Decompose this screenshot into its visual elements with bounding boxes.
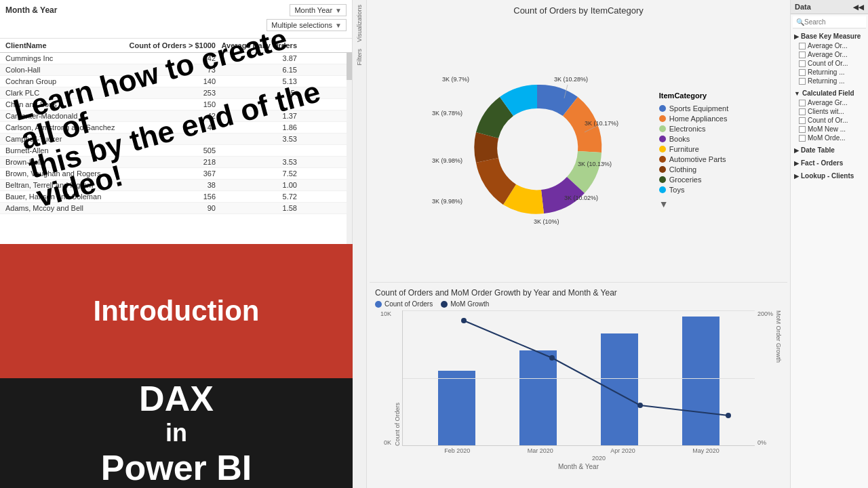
client-name-cell: Brown-Kelly xyxy=(5,158,127,166)
orders-cell: 42 xyxy=(127,112,216,120)
x-label-mar: Mar 2020 xyxy=(528,447,553,454)
legend-label-groceries: Groceries xyxy=(669,176,702,184)
fact-orders-header[interactable]: ▶ Fact - Orders xyxy=(791,158,868,168)
calculated-field-header[interactable]: ▼ Calculated Field xyxy=(791,88,868,98)
filters-side-icon[interactable]: Filters xyxy=(354,47,365,68)
field-count-or[interactable]: Count of Or... xyxy=(791,59,868,68)
legend-bar-orders: Count of Orders xyxy=(375,300,433,308)
client-name-cell: Burnett-Allen xyxy=(5,146,127,155)
field-label-3: Count of Or... xyxy=(808,60,848,67)
legend-item-electronics: Electronics xyxy=(659,125,728,133)
field-checkbox-4 xyxy=(799,69,806,76)
donut-legend: ItemCategory Sports Equipment Home Appli… xyxy=(659,92,728,209)
report-area: Visualizations Filters Count of Orders b… xyxy=(353,0,790,488)
donut-chart-svg: 3K (10.28%) 3K (10.17%) 3K (10.13%) 3K (… xyxy=(429,61,646,237)
legend-dot-auto xyxy=(659,156,666,163)
field-average-or-1[interactable]: Average Or... xyxy=(791,41,868,50)
in-label: in xyxy=(101,419,252,447)
field-label-1: Average Or... xyxy=(808,42,848,49)
bar-chart-title: Count of Orders and MoM Order Growth by … xyxy=(375,288,782,298)
filter-section: Month & Year Month Year ▼ Multiple selec… xyxy=(0,0,352,39)
field-checkbox-7 xyxy=(799,108,806,115)
month-year-dropdown[interactable]: Month Year ▼ xyxy=(290,4,347,16)
client-name-cell: Cummings Inc xyxy=(5,54,127,62)
donut-label-8: 3K (9.98%) xyxy=(432,157,462,164)
month-year-filter-label: Month & Year xyxy=(5,5,57,15)
legend-dot-sports xyxy=(659,105,666,112)
field-checkbox-9 xyxy=(799,126,806,133)
date-table-header[interactable]: ▶ Date Table xyxy=(791,145,868,155)
field-returning-2[interactable]: Returning ... xyxy=(791,77,868,85)
legend-dot-books xyxy=(659,136,666,142)
col-orders-header: Count of Orders > $1000 xyxy=(127,41,216,49)
field-section-fact: ▶ Fact - Orders xyxy=(791,158,868,168)
field-count-or-2[interactable]: Count of Or... xyxy=(791,116,868,125)
x-axis-main-label: Month & Year xyxy=(375,463,782,470)
fact-orders-label: Fact - Orders xyxy=(801,159,843,167)
field-mom-new[interactable]: MoM New ... xyxy=(791,125,868,134)
field-label-4: Returning ... xyxy=(808,68,844,76)
search-box[interactable]: 🔍 xyxy=(793,16,866,28)
field-label-10: MoM Orde... xyxy=(808,134,846,142)
y-label-0k: 0K xyxy=(384,439,391,446)
visualizations-icon[interactable]: Visualizations xyxy=(354,3,365,44)
bar-mar xyxy=(519,350,557,445)
table-body: Cummings Inc 242 3.87 Colon-Hall 73 6.15… xyxy=(0,53,352,256)
month-year-value: Month Year xyxy=(294,6,332,14)
col-daily-header: Average Daily Orders xyxy=(216,41,297,49)
x-axis-year: 2020 xyxy=(375,455,782,462)
legend-label-home: Home Appliances xyxy=(669,115,728,123)
legend-bar-label-orders: Count of Orders xyxy=(384,300,433,308)
legend-expand-icon[interactable]: ▼ xyxy=(659,199,728,209)
collapse-icon[interactable]: ◀◀ xyxy=(853,3,864,11)
legend-item-sports: Sports Equipment xyxy=(659,104,728,113)
legend-label-auto: Automotive Parts xyxy=(669,155,726,163)
orders-cell: 140 xyxy=(127,77,216,85)
left-panel: Month & Year Month Year ▼ Multiple selec… xyxy=(0,0,353,488)
field-mom-order[interactable]: MoM Orde... xyxy=(791,134,868,142)
table-row: Burnett-Allen 505 xyxy=(0,145,352,157)
field-returning-1[interactable]: Returning ... xyxy=(791,68,868,77)
field-average-or-2[interactable]: Average Or... xyxy=(791,50,868,59)
donut-label-9: 3K (9.98%) xyxy=(432,198,462,205)
field-checkbox-5 xyxy=(799,78,806,85)
bar-chart-section: Count of Orders and MoM Order Growth by … xyxy=(370,282,787,485)
client-name-cell: Brown, Vaughan and Rogers xyxy=(5,169,127,178)
filter-row-1: Month & Year Month Year ▼ xyxy=(5,4,347,16)
field-label-2: Average Or... xyxy=(808,51,848,58)
field-section-base: ▶ Base Key Measure Average Or... Average… xyxy=(791,31,868,85)
client-name-cell: Beltran, Terrell and Ingram xyxy=(5,181,127,189)
client-name-cell: Bauer, Hanson and Coleman xyxy=(5,192,127,201)
legend-title: ItemCategory xyxy=(659,92,728,100)
search-input[interactable] xyxy=(804,18,863,26)
data-panel-title: Data xyxy=(795,3,811,11)
base-key-measure-header[interactable]: ▶ Base Key Measure xyxy=(791,31,868,41)
field-label-8: Count of Or... xyxy=(808,117,848,124)
orders-cell: 242 xyxy=(127,54,216,62)
client-name-cell: Carlson, Armstrong and Sanchez xyxy=(5,123,127,131)
multiple-selections-dropdown[interactable]: Multiple selections ▼ xyxy=(267,19,347,31)
table-row: Brown-Kelly 218 3.53 xyxy=(0,157,352,168)
field-label-5: Returning ... xyxy=(808,77,844,85)
field-avg-gr[interactable]: Average Gr... xyxy=(791,98,868,107)
donut-svg-container: 3K (10.28%) 3K (10.17%) 3K (10.13%) 3K (… xyxy=(429,61,646,240)
field-checkbox-3 xyxy=(799,60,806,67)
client-name-cell: Campbell-Tucker xyxy=(5,135,127,143)
legend-item-clothing: Clothing xyxy=(659,165,728,174)
bar-mar-rect xyxy=(519,350,557,445)
bar-apr xyxy=(601,333,638,445)
client-name-cell: Carpenter-Macdonald xyxy=(5,112,127,120)
intro-label: Introduction xyxy=(94,295,260,327)
y-label-200pct: 200% xyxy=(757,310,773,317)
table-header: ClientName Count of Orders > $1000 Avera… xyxy=(0,39,352,53)
x-label-feb: Feb 2020 xyxy=(444,447,470,454)
field-checkbox-10 xyxy=(799,135,806,142)
donut-chart-area: Count of Orders by ItemCategory xyxy=(370,3,787,282)
orders-cell: 156 xyxy=(127,192,216,201)
field-clients-wit[interactable]: Clients wit... xyxy=(791,107,868,116)
donut-label-3: 3K (10.13%) xyxy=(578,161,612,167)
side-icons-panel: Visualizations Filters xyxy=(353,0,367,488)
lookup-clients-header[interactable]: ▶ Lookup - Clients xyxy=(791,171,868,181)
legend-bar-mom: MoM Growth xyxy=(441,300,489,308)
client-name-cell: Chan and Sons xyxy=(5,100,127,108)
